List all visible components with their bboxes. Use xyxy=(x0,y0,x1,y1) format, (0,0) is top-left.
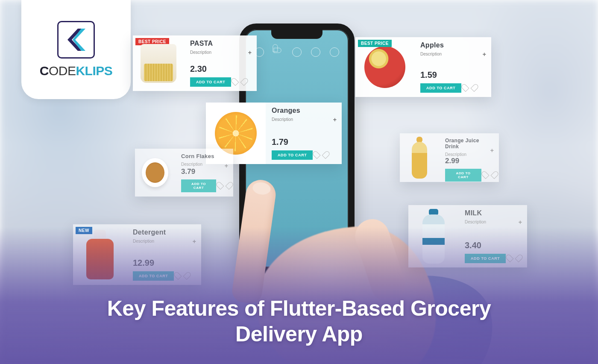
expand-plus-icon[interactable]: + xyxy=(225,162,228,169)
orange-juice-image xyxy=(412,137,428,179)
add-to-cart-button[interactable]: ADD TO CART xyxy=(181,179,216,192)
brand-logo-card: CODEKLIPS xyxy=(21,0,131,99)
product-description-label: Description xyxy=(272,117,336,122)
heart-icon xyxy=(273,47,284,58)
product-card-cornflakes[interactable]: Corn Flakes Description + 3.79 ADD TO CA… xyxy=(135,149,233,197)
favorite-heart-icon[interactable] xyxy=(486,172,493,179)
expand-plus-icon[interactable]: + xyxy=(248,49,252,56)
expand-plus-icon[interactable]: + xyxy=(483,51,486,58)
headline-text: Key Features of Flutter-Based Grocery De… xyxy=(0,296,598,347)
pasta-image xyxy=(141,44,176,83)
product-card-orange-juice[interactable]: Orange Juice Drink Description + 2.99 AD… xyxy=(400,133,499,182)
add-to-cart-button[interactable]: ADD TO CART xyxy=(420,83,461,93)
product-title: Orange Juice Drink xyxy=(445,138,493,150)
product-description-label: Description xyxy=(181,162,227,167)
product-title: PASTA xyxy=(190,40,251,47)
product-title: Corn Flakes xyxy=(181,153,227,159)
apple-image xyxy=(364,46,406,88)
chat-icon xyxy=(292,47,302,57)
product-description-label: Description xyxy=(465,220,521,224)
product-price: 2.99 xyxy=(445,157,493,165)
expand-plus-icon[interactable]: + xyxy=(490,147,494,154)
expand-plus-icon[interactable]: + xyxy=(333,116,337,123)
expand-plus-icon[interactable]: + xyxy=(519,219,522,226)
codeklips-k-icon xyxy=(63,27,89,53)
product-card-pasta[interactable]: BEST PRICE PASTA Description + 2.30 ADD … xyxy=(133,35,257,91)
favorite-heart-icon[interactable] xyxy=(466,85,473,91)
search-icon xyxy=(330,47,339,57)
best-price-badge: BEST PRICE xyxy=(358,40,392,47)
add-to-cart-button[interactable]: ADD TO CART xyxy=(445,169,481,182)
product-description-label: Description xyxy=(420,52,485,56)
favorite-heart-icon[interactable] xyxy=(235,79,243,85)
product-price: 1.59 xyxy=(420,70,485,80)
product-description-label: Description xyxy=(190,50,251,55)
product-price: 2.30 xyxy=(190,64,251,74)
add-to-cart-button[interactable]: ADD TO CART xyxy=(190,77,231,87)
product-title: Apples xyxy=(420,41,485,49)
product-description-label: Description xyxy=(445,152,493,157)
cornflakes-image xyxy=(142,158,168,187)
product-title: MILK xyxy=(465,209,521,217)
brand-logo-text: CODEKLIPS xyxy=(40,64,113,78)
phone-notch xyxy=(271,29,322,39)
add-to-cart-button[interactable]: ADD TO CART xyxy=(272,150,313,160)
product-price: 3.79 xyxy=(181,167,227,176)
svg-marker-1 xyxy=(73,29,85,51)
brand-logo-mark xyxy=(57,21,95,59)
product-title: Oranges xyxy=(272,107,336,114)
favorite-heart-icon[interactable] xyxy=(220,182,227,189)
phone-top-icon-row xyxy=(245,47,349,57)
mail-icon xyxy=(311,47,320,57)
product-price: 1.79 xyxy=(272,137,336,147)
product-card-apples[interactable]: BEST PRICE Apples Description + 1.59 ADD… xyxy=(355,37,491,97)
favorite-heart-icon[interactable] xyxy=(317,152,325,159)
